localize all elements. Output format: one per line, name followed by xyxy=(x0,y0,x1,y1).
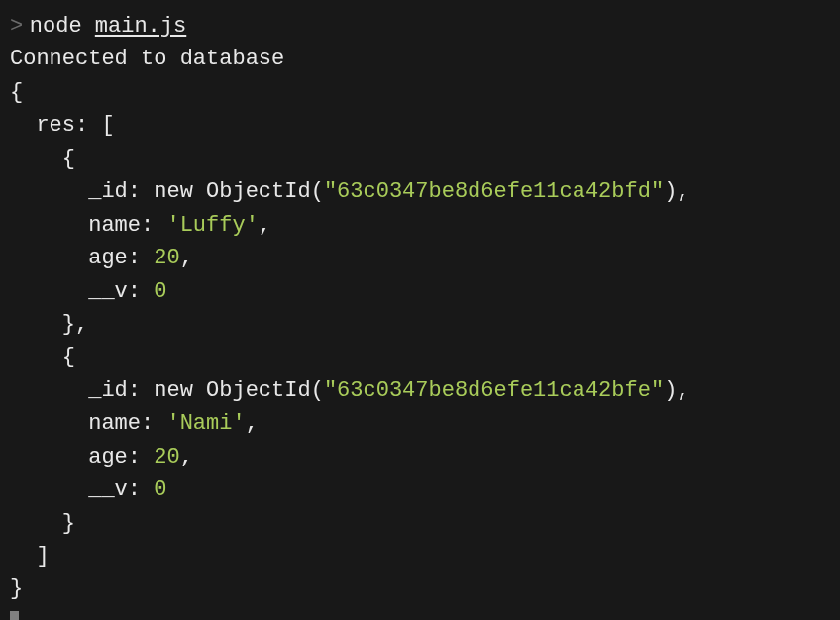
output-item2-close: } xyxy=(10,507,830,540)
cursor-icon xyxy=(10,611,19,620)
output-item2-name: name: 'Nami', xyxy=(10,407,830,440)
output-item1-v: __v: 0 xyxy=(10,275,830,308)
command-name: node xyxy=(30,14,82,39)
output-res-label: res: [ xyxy=(10,109,830,142)
output-item2-open: { xyxy=(10,341,830,373)
prompt-symbol: > xyxy=(10,14,23,39)
output-item2-v: __v: 0 xyxy=(10,473,830,506)
output-arr-close: ] xyxy=(10,540,830,572)
prompt-line: >node main.js xyxy=(10,10,830,43)
output-obj-close: } xyxy=(10,572,830,605)
output-item1-name: name: 'Luffy', xyxy=(10,209,830,242)
output-item1-age: age: 20, xyxy=(10,242,830,274)
terminal-output[interactable]: >node main.js Connected to database { re… xyxy=(10,10,830,620)
output-item2-id: _id: new ObjectId("63c0347be8d6efe11ca42… xyxy=(10,374,830,407)
output-connected: Connected to database xyxy=(10,43,830,75)
output-item1-close: }, xyxy=(10,308,830,341)
output-item2-age: age: 20, xyxy=(10,441,830,473)
output-item1-open: { xyxy=(10,143,830,175)
command-arg: main.js xyxy=(95,14,186,39)
cursor-line[interactable] xyxy=(10,606,830,620)
output-obj-open: { xyxy=(10,76,830,109)
output-item1-id: _id: new ObjectId("63c0347be8d6efe11ca42… xyxy=(10,175,830,208)
